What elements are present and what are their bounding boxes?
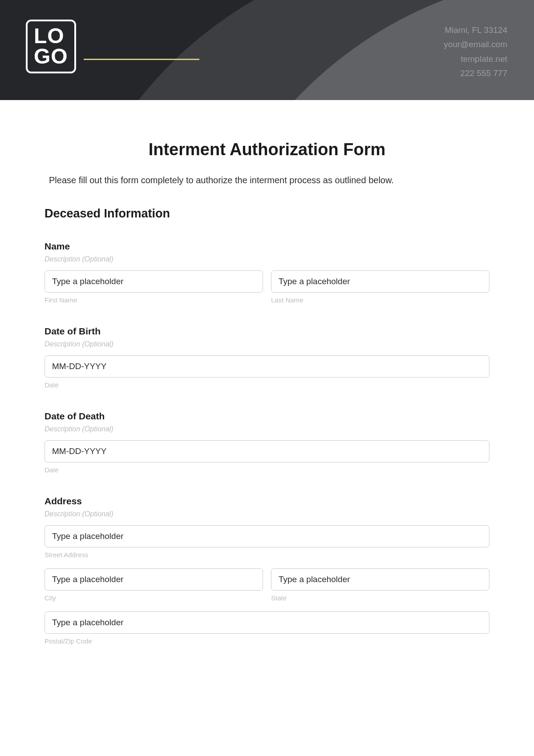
dob-input[interactable]	[44, 355, 490, 378]
street-input[interactable]	[44, 525, 490, 547]
name-desc: Description (Optional)	[44, 255, 490, 263]
dob-sublabel: Date	[44, 381, 490, 389]
last-name-input[interactable]	[271, 270, 490, 293]
page-header: LO GO Miami, FL 33124 your@email.com tem…	[0, 0, 534, 100]
state-input[interactable]	[271, 568, 490, 591]
page-title: Interment Authorization Form	[44, 140, 490, 159]
logo-underline	[84, 59, 199, 60]
logo-line-1: LO	[34, 26, 68, 46]
city-sublabel: City	[44, 594, 263, 602]
logo-line-2: GO	[34, 46, 68, 67]
last-name-sublabel: Last Name	[271, 296, 490, 304]
field-name: Name Description (Optional) First Name L…	[44, 241, 490, 304]
address-label: Address	[44, 496, 490, 507]
contact-phone: 222 555 777	[444, 66, 507, 80]
contact-site: template.net	[444, 52, 507, 66]
dod-sublabel: Date	[44, 466, 490, 474]
section-deceased-heading: Deceased Information	[44, 207, 490, 221]
field-dod: Date of Death Description (Optional) Dat…	[44, 411, 490, 474]
dob-label: Date of Birth	[44, 326, 490, 337]
dod-label: Date of Death	[44, 411, 490, 422]
name-label: Name	[44, 241, 490, 252]
contact-address: Miami, FL 33124	[444, 23, 507, 37]
zip-input[interactable]	[44, 611, 490, 634]
state-sublabel: State	[271, 594, 490, 602]
street-sublabel: Street Address	[44, 551, 490, 559]
field-address: Address Description (Optional) Street Ad…	[44, 496, 490, 645]
dob-desc: Description (Optional)	[44, 340, 490, 348]
first-name-input[interactable]	[44, 270, 263, 293]
address-desc: Description (Optional)	[44, 510, 490, 518]
zip-sublabel: Postal/Zip Code	[44, 637, 490, 645]
logo: LO GO	[26, 20, 76, 73]
dod-input[interactable]	[44, 440, 490, 462]
content: Interment Authorization Form Please fill…	[0, 100, 534, 667]
field-dob: Date of Birth Description (Optional) Dat…	[44, 326, 490, 389]
logo-box: LO GO	[26, 20, 76, 73]
first-name-sublabel: First Name	[44, 296, 263, 304]
intro-text: Please fill out this form completely to …	[44, 175, 490, 185]
contact-block: Miami, FL 33124 your@email.com template.…	[444, 23, 507, 80]
dod-desc: Description (Optional)	[44, 425, 490, 433]
city-input[interactable]	[44, 568, 263, 591]
contact-email: your@email.com	[444, 37, 507, 52]
